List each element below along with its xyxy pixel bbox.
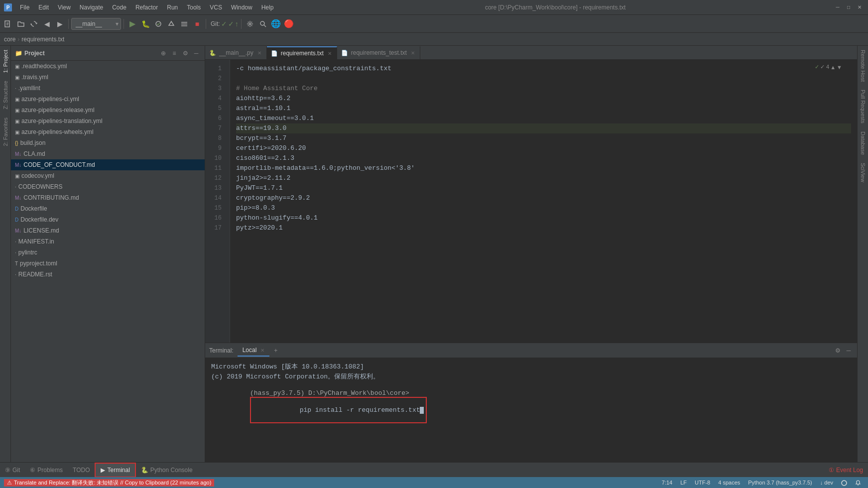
- status-indent[interactable]: 4 spaces: [715, 480, 743, 486]
- minimize-button[interactable]: ─: [833, 3, 842, 12]
- debug-button[interactable]: 🐛: [139, 18, 151, 30]
- terminal-command-input[interactable]: pip install -r requirements.txt: [250, 397, 427, 423]
- file-item[interactable]: ▣azure-pipelines-translation.yml: [11, 116, 205, 126]
- annotation-down[interactable]: ▼: [837, 64, 842, 70]
- code-editor[interactable]: 1234567891011121314151617 -c homeassista…: [205, 60, 857, 343]
- terminal-tab-close[interactable]: ✕: [260, 348, 264, 353]
- sync-button[interactable]: [28, 18, 40, 30]
- more-button[interactable]: [178, 18, 190, 30]
- maximize-button[interactable]: □: [844, 3, 853, 12]
- code-line: PyJWT==1.7.1: [236, 183, 851, 193]
- annotation-up[interactable]: ▲: [830, 64, 836, 70]
- run-config-dropdown[interactable]: __main__: [71, 18, 121, 30]
- status-line-sep[interactable]: LF: [677, 480, 690, 486]
- sidebar-item-structure[interactable]: Z: Structure: [1, 77, 10, 113]
- tool-todo[interactable]: TODO: [68, 463, 95, 478]
- status-encoding[interactable]: UTF-8: [692, 480, 713, 486]
- sidebar-hide-btn[interactable]: ─: [192, 49, 201, 58]
- file-item[interactable]: ·README.rst: [11, 269, 205, 280]
- coverage-button[interactable]: [152, 18, 164, 30]
- right-tab-database[interactable]: Database: [859, 127, 868, 159]
- file-item[interactable]: ·.yamllint: [11, 83, 205, 94]
- terminal-content[interactable]: Microsoft Windows [版本 10.0.18363.1082] (…: [205, 358, 857, 462]
- file-item[interactable]: M↓CLA.md: [11, 148, 205, 159]
- file-item[interactable]: ▣.readthedocs.yml: [11, 61, 205, 72]
- file-name: codecov.yml: [21, 172, 54, 179]
- file-item[interactable]: DDockerfile.dev: [11, 214, 205, 225]
- menu-file[interactable]: File: [16, 3, 33, 12]
- sidebar-settings-btn[interactable]: ⚙: [181, 49, 190, 58]
- file-item[interactable]: ▣.travis.yml: [11, 72, 205, 83]
- run-button[interactable]: ▶: [126, 18, 138, 30]
- right-tab-remote-host[interactable]: Remote Host: [859, 46, 868, 86]
- status-branch[interactable]: ↓ dev: [817, 480, 836, 486]
- settings-button[interactable]: [244, 18, 256, 30]
- terminal-settings-btn[interactable]: ⚙: [833, 346, 842, 355]
- menu-edit[interactable]: Edit: [34, 3, 53, 12]
- tool-git[interactable]: ⑨ Git: [0, 463, 25, 478]
- bottom-tools: ⑨ Git ⑥ Problems TODO ▶ Terminal 🐍 Pytho…: [0, 463, 824, 478]
- menu-code[interactable]: Code: [108, 3, 130, 12]
- build-button[interactable]: [165, 18, 177, 30]
- status-position[interactable]: 7:14: [659, 480, 675, 486]
- breadcrumb-core[interactable]: core: [4, 36, 15, 43]
- tab-close-requirements-test-txt[interactable]: ✕: [410, 50, 416, 56]
- forward-button[interactable]: ▶: [54, 18, 66, 30]
- file-item[interactable]: Tpyproject.toml: [11, 258, 205, 269]
- tab-requirements-test-txt[interactable]: 📄 requirements_test.txt ✕: [337, 46, 420, 59]
- status-sync[interactable]: [838, 479, 850, 486]
- file-item[interactable]: ▣codecov.yml: [11, 170, 205, 181]
- status-warning[interactable]: ⚠ Translate and Replace: 翻译失败: 未知错误 // C…: [4, 479, 214, 487]
- code-line: # Home Assistant Core: [236, 84, 851, 94]
- stop-button[interactable]: ■: [191, 18, 203, 30]
- file-item[interactable]: ▣azure-pipelines-release.yml: [11, 105, 205, 116]
- tool-python-console[interactable]: 🐍 Python Console: [136, 463, 198, 478]
- file-item[interactable]: DDockerfile: [11, 203, 205, 214]
- event-log[interactable]: ① Event Log: [824, 463, 868, 478]
- status-notifications[interactable]: [852, 479, 864, 486]
- menu-window[interactable]: Window: [227, 3, 256, 12]
- file-item[interactable]: ·MANIFEST.in: [11, 236, 205, 247]
- misc-button[interactable]: 🔴: [283, 18, 295, 30]
- file-item[interactable]: M↓CONTRIBUTING.md: [11, 192, 205, 203]
- file-item[interactable]: ·CODEOWNERS: [11, 181, 205, 192]
- new-file-button[interactable]: [2, 18, 14, 30]
- code-content[interactable]: -c homeassistant/package_constraints.txt…: [230, 60, 857, 343]
- sidebar-add-btn[interactable]: ⊕: [159, 49, 168, 58]
- file-item[interactable]: ·pylintrc: [11, 247, 205, 258]
- tab-requirements-txt[interactable]: 📄 requirements.txt ✕: [267, 46, 337, 59]
- file-item[interactable]: {}build.json: [11, 137, 205, 148]
- breadcrumb-file[interactable]: requirements.txt: [21, 36, 64, 43]
- menu-help[interactable]: Help: [257, 3, 278, 12]
- terminal-add-tab-button[interactable]: +: [271, 346, 280, 355]
- menu-view[interactable]: View: [54, 3, 75, 12]
- sidebar-collapse-btn[interactable]: ≡: [170, 49, 179, 58]
- menu-navigate[interactable]: Navigate: [76, 3, 107, 12]
- search-button[interactable]: [257, 18, 269, 30]
- sidebar-item-project[interactable]: 1: Project: [1, 46, 10, 77]
- right-tab-sciview[interactable]: SciView: [859, 159, 868, 186]
- status-python[interactable]: Python 3.7 (hass_py3.7.5): [745, 480, 815, 486]
- right-tab-pull-requests[interactable]: Pull Requests: [859, 86, 868, 127]
- terminal-tab-local[interactable]: Local ✕: [238, 345, 269, 357]
- back-button[interactable]: ◀: [41, 18, 53, 30]
- tab-main-py[interactable]: 🐍 __main__.py ✕: [205, 46, 267, 59]
- menu-run[interactable]: Run: [163, 3, 182, 12]
- sidebar-item-favorites[interactable]: 2: Favorites: [1, 114, 10, 150]
- menu-vcs[interactable]: VCS: [206, 3, 226, 12]
- translate-button[interactable]: 🌐: [270, 18, 282, 30]
- file-item[interactable]: ▣azure-pipelines-wheels.yml: [11, 126, 205, 137]
- close-button[interactable]: ✕: [855, 3, 864, 12]
- svg-rect-7: [181, 22, 187, 23]
- menu-refactor[interactable]: Refactor: [131, 3, 162, 12]
- tab-close-requirements-txt[interactable]: ✕: [327, 51, 333, 56]
- file-item[interactable]: ▣azure-pipelines-ci.yml: [11, 94, 205, 105]
- file-item[interactable]: M↓CODE_OF_CONDUCT.md: [11, 159, 205, 170]
- menu-tools[interactable]: Tools: [183, 3, 205, 12]
- tab-close-main-py[interactable]: ✕: [256, 50, 262, 56]
- open-button[interactable]: [15, 18, 27, 30]
- tool-problems[interactable]: ⑥ Problems: [25, 463, 68, 478]
- file-item[interactable]: M↓LICENSE.md: [11, 225, 205, 236]
- tool-terminal[interactable]: ▶ Terminal: [95, 463, 135, 478]
- terminal-hide-btn[interactable]: ─: [844, 346, 853, 355]
